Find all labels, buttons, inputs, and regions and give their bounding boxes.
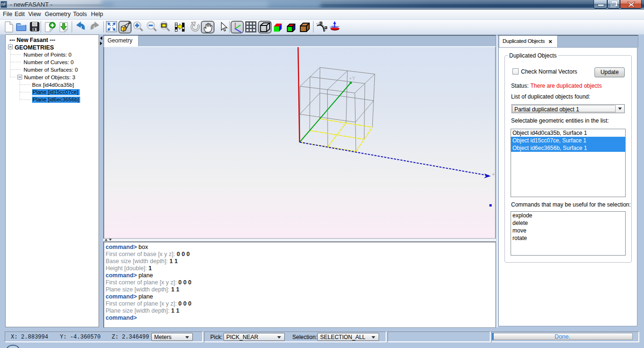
svg-text:+: + [492, 171, 495, 178]
svg-text:+Y: +Y [349, 75, 355, 81]
